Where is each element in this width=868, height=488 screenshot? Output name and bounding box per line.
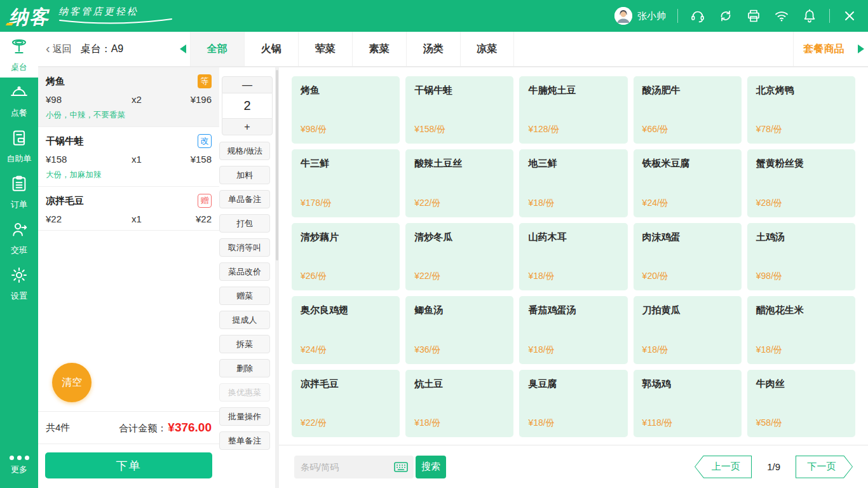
orderlist-icon xyxy=(10,174,29,196)
item-action-button[interactable]: 批量操作 xyxy=(219,407,270,426)
sidebar-item-selfdoc[interactable]: 自助单 xyxy=(0,123,38,169)
menu-item-price: ¥24/份 xyxy=(642,198,733,209)
tabs-scroll-right-button[interactable] xyxy=(854,32,868,66)
next-page-button[interactable]: 下一页 xyxy=(796,456,853,478)
close-icon[interactable] xyxy=(841,8,858,24)
prev-page-button[interactable]: 上一页 xyxy=(695,456,752,478)
category-tab[interactable]: 汤类 xyxy=(406,32,460,66)
sidebar-item-cloche[interactable]: 点餐 xyxy=(0,78,38,123)
menu-item-card[interactable]: 清炒冬瓜 ¥22/份 xyxy=(405,223,513,290)
menu-item-price: ¥128/份 xyxy=(528,124,618,135)
menu-item-card[interactable]: 山药木耳 ¥18/份 xyxy=(519,223,627,290)
menu-item-card[interactable]: 牛腩炖土豆 ¥128/份 xyxy=(519,76,627,144)
logo: 纳客 纳客管店更轻松 xyxy=(9,6,173,27)
menu-item-card[interactable]: 牛三鲜 ¥178/份 xyxy=(292,149,400,217)
item-action-button[interactable]: 删除 xyxy=(219,359,270,377)
menu-item-card[interactable]: 番茄鸡蛋汤 ¥18/份 xyxy=(519,296,627,363)
sidebar-item-label: 点餐 xyxy=(11,107,27,119)
menu-item-name: 炕土豆 xyxy=(414,378,505,390)
scrollbar-thumb[interactable] xyxy=(276,70,278,261)
vertical-scrollbar[interactable] xyxy=(275,67,279,488)
cloud-sync-icon[interactable] xyxy=(717,8,734,24)
sidebar-item-label: 交班 xyxy=(11,245,27,256)
item-action-button[interactable]: 取消等叫 xyxy=(219,238,270,257)
menu-item-card[interactable]: 清炒藕片 ¥26/份 xyxy=(292,223,400,290)
back-label: 返回 xyxy=(53,43,72,55)
item-action-button[interactable]: 拆菜 xyxy=(219,335,270,353)
back-button[interactable]: ‹ 返回 xyxy=(38,32,81,66)
item-action-button[interactable]: 打包 xyxy=(219,214,270,233)
notification-bell-icon[interactable] xyxy=(801,8,818,24)
order-item[interactable]: 烤鱼 等 ¥98 x2 ¥196 小份，中辣，不要香菜 xyxy=(38,67,219,127)
keyboard-icon[interactable] xyxy=(393,461,409,473)
menu-item-card[interactable]: 土鸡汤 ¥98/份 xyxy=(747,223,855,290)
table-label: 桌台：A9 xyxy=(81,32,176,66)
menu-item-card[interactable]: 醋泡花生米 ¥18/份 xyxy=(747,296,855,363)
item-action-button[interactable]: 规格/做法 xyxy=(219,142,270,160)
menu-item-card[interactable]: 干锅牛蛙 ¥158/份 xyxy=(405,76,513,144)
order-item[interactable]: 凉拌毛豆 赠 ¥22 x1 ¥22 xyxy=(38,187,219,231)
barcode-input[interactable] xyxy=(301,462,393,472)
clear-order-button[interactable]: 清空 xyxy=(52,363,92,402)
item-action-button[interactable]: 单品备注 xyxy=(219,190,270,208)
category-tab[interactable]: 凉菜 xyxy=(460,32,514,66)
menu-item-card[interactable]: 北京烤鸭 ¥78/份 xyxy=(747,76,855,144)
item-action-button[interactable]: 加料 xyxy=(219,166,270,184)
menu-grid: 烤鱼 ¥98/份 干锅牛蛙 ¥158/份 牛腩炖土豆 ¥128/份 酸汤肥牛 ¥… xyxy=(279,67,868,445)
category-tab[interactable]: 火锅 xyxy=(244,32,298,66)
menu-item-card[interactable]: 鲫鱼汤 ¥36/份 xyxy=(405,296,513,363)
tabs-scroll-left-button[interactable] xyxy=(176,32,190,66)
sidebar-item-orderlist[interactable]: 订单 xyxy=(0,169,38,215)
sidebar-item-label: 桌台 xyxy=(11,62,27,73)
menu-item-card[interactable]: 刀拍黄瓜 ¥18/份 xyxy=(634,296,742,363)
menu-item-price: ¥26/份 xyxy=(301,271,391,282)
category-tab[interactable]: 荤菜 xyxy=(298,32,352,66)
sidebar-item-label: 订单 xyxy=(11,199,27,210)
menu-item-card[interactable]: 蟹黄粉丝煲 ¥28/份 xyxy=(747,149,855,217)
menu-item-card[interactable]: 凉拌毛豆 ¥22/份 xyxy=(292,370,400,437)
menu-item-card[interactable]: 郭场鸡 ¥118/份 xyxy=(634,370,742,437)
sidebar-item-shift[interactable]: 交班 xyxy=(0,215,38,261)
menu-item-card[interactable]: 烤鱼 ¥98/份 xyxy=(292,76,400,144)
menu-item-name: 番茄鸡蛋汤 xyxy=(528,304,618,316)
menu-item-card[interactable]: 酸辣土豆丝 ¥22/份 xyxy=(405,149,513,217)
order-item-qty: x1 xyxy=(132,214,176,224)
order-item-badge: 赠 xyxy=(198,194,212,208)
item-action-button[interactable]: 赠菜 xyxy=(219,287,270,305)
barcode-input-wrap xyxy=(294,456,414,478)
sidebar-item-more[interactable]: 更多 xyxy=(0,442,38,488)
menu-item-name: 土鸡汤 xyxy=(756,231,846,243)
menu-item-card[interactable]: 牛肉丝 ¥58/份 xyxy=(747,370,855,437)
user-account[interactable]: 张小帅 xyxy=(614,7,666,25)
category-tab[interactable]: 全部 xyxy=(190,32,244,66)
wifi-icon[interactable] xyxy=(773,8,790,24)
printer-icon[interactable] xyxy=(745,8,762,24)
menu-item-card[interactable]: 酸汤肥牛 ¥66/份 xyxy=(634,76,742,144)
order-item[interactable]: 干锅牛蛙 改 ¥158 x1 ¥158 大份，加麻加辣 xyxy=(38,127,219,187)
menu-item-card[interactable]: 奥尔良鸡翅 ¥24/份 xyxy=(292,296,400,363)
sidebar-item-gear[interactable]: 设置 xyxy=(0,261,38,306)
menu-item-name: 凉拌毛豆 xyxy=(301,378,391,390)
menu-item-card[interactable]: 地三鲜 ¥18/份 xyxy=(519,149,627,217)
item-action-button[interactable]: 菜品改价 xyxy=(219,262,270,281)
quantity-minus-button[interactable]: — xyxy=(222,76,273,93)
quantity-plus-button[interactable]: + xyxy=(222,118,273,135)
search-group: 搜索 xyxy=(294,456,446,478)
menu-item-card[interactable]: 铁板米豆腐 ¥24/份 xyxy=(634,149,742,217)
menu-item-name: 酸汤肥牛 xyxy=(642,85,733,97)
customer-service-icon[interactable] xyxy=(689,8,706,24)
topbar-right: 张小帅 xyxy=(614,7,858,25)
search-button[interactable]: 搜索 xyxy=(416,456,446,478)
order-item-subtotal: ¥22 xyxy=(176,214,212,224)
menu-item-card[interactable]: 炕土豆 ¥18/份 xyxy=(405,370,513,437)
sidebar-item-table[interactable]: 桌台 xyxy=(0,32,38,78)
menu-item-name: 地三鲜 xyxy=(528,158,618,170)
place-order-button[interactable]: 下单 xyxy=(45,452,212,478)
menu-item-price: ¥178/份 xyxy=(301,198,391,209)
menu-item-card[interactable]: 臭豆腐 ¥18/份 xyxy=(519,370,627,437)
menu-item-card[interactable]: 肉沫鸡蛋 ¥20/份 xyxy=(634,223,742,290)
combo-products-button[interactable]: 套餐商品 xyxy=(793,32,854,66)
item-action-button[interactable]: 提成人 xyxy=(219,311,270,329)
category-tab[interactable]: 素菜 xyxy=(352,32,406,66)
item-action-button[interactable]: 整单备注 xyxy=(219,431,270,450)
